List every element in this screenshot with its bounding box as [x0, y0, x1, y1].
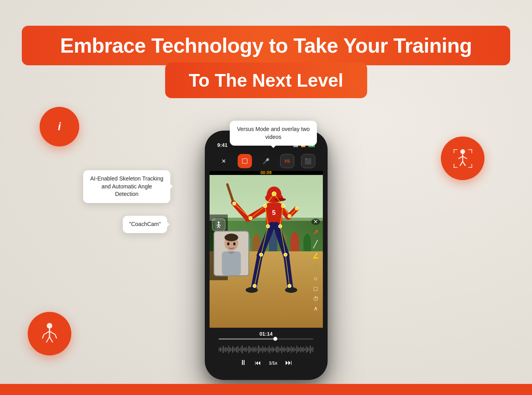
waveform-bar	[219, 348, 219, 351]
svg-line-3	[463, 156, 467, 159]
ar-icon-circle[interactable]	[441, 137, 484, 180]
waveform-bar	[288, 347, 289, 352]
waveform-bar	[236, 347, 237, 352]
waveform-bar	[256, 347, 256, 352]
waveform-bar	[292, 348, 293, 351]
svg-line-2	[458, 156, 463, 159]
waveform-bar	[232, 346, 233, 353]
skeleton-icon-circle[interactable]	[28, 312, 71, 355]
waveform-bar	[229, 347, 230, 352]
svg-line-5	[463, 161, 465, 166]
close-button[interactable]: ✕	[217, 154, 231, 168]
time-indicator: 00:09	[210, 170, 323, 175]
waveform-bar	[311, 348, 312, 351]
callout-coachcam-text: "CoachCam"	[129, 220, 161, 228]
waveform-bar	[248, 346, 249, 353]
waveform-bar	[290, 348, 290, 351]
svg-point-77	[224, 234, 238, 241]
waveform-bar	[272, 346, 273, 353]
svg-line-18	[42, 334, 44, 338]
header-title-line2: To The Next Level	[189, 70, 343, 91]
waveform-bar	[261, 348, 261, 351]
waveform-bar	[231, 348, 232, 351]
play-pause-button[interactable]: ⏸	[240, 359, 247, 367]
skip-forward-button[interactable]: ⏭	[285, 359, 292, 367]
waveform-bar	[300, 346, 301, 353]
angle-tool[interactable]: ∠	[313, 252, 319, 260]
waveform-bar	[299, 348, 300, 351]
waveform-bar	[282, 348, 283, 351]
waveform-bar	[239, 348, 240, 351]
record-button[interactable]	[238, 154, 252, 168]
svg-point-63	[217, 222, 219, 224]
waveform-bar	[310, 346, 311, 353]
waveform-bar	[224, 348, 225, 351]
waveform-bar	[235, 348, 236, 351]
waveform-bar	[303, 347, 304, 352]
svg-text:5: 5	[272, 209, 276, 216]
svg-point-37	[285, 287, 297, 293]
collapse-tools-button[interactable]: ∧	[314, 305, 318, 311]
skeleton-tracking-tool[interactable]	[212, 218, 225, 231]
curve-tool[interactable]: ~	[313, 264, 318, 272]
video-area: 5	[210, 175, 323, 328]
waveform-bar	[238, 346, 238, 353]
waveform-bar	[257, 348, 257, 351]
waveform-bar	[258, 346, 259, 353]
waveform-bar	[240, 347, 241, 352]
pip-camera-box[interactable]	[214, 231, 249, 276]
timeline-scrubber[interactable]	[219, 338, 313, 340]
waveform-bar	[294, 347, 294, 352]
circle-tool[interactable]: ○	[314, 275, 318, 282]
waveform-bar	[234, 348, 235, 351]
svg-line-67	[217, 226, 219, 228]
close-overlay-button[interactable]: ✕	[311, 218, 320, 225]
pip-person-figure	[214, 231, 248, 276]
waveform	[219, 344, 313, 355]
skeleton-tool-icon	[215, 221, 223, 229]
waveform-bar	[313, 347, 313, 352]
waveform-bar	[266, 348, 267, 351]
waveform-bar	[262, 346, 263, 353]
svg-point-14	[47, 323, 52, 329]
phone-mockup: 9:41 📶 70 ✕	[205, 131, 328, 384]
waveform-bar	[309, 348, 309, 351]
waveform-bar	[223, 346, 223, 353]
svg-line-4	[460, 161, 463, 166]
waveform-bar	[263, 348, 264, 351]
timer-tool[interactable]: ⏱	[313, 296, 318, 302]
mic-button[interactable]: 🎤	[259, 154, 273, 168]
speed-selector[interactable]: 1/1x	[269, 361, 277, 365]
timeline-thumb[interactable]	[273, 337, 277, 341]
svg-line-35	[286, 256, 290, 288]
skip-back-button[interactable]: ⏮	[255, 359, 261, 367]
line-tool[interactable]: ╱	[313, 240, 318, 249]
waveform-bar	[270, 348, 271, 351]
info-icon-circle[interactable]: i	[40, 107, 79, 146]
svg-line-19	[55, 334, 57, 338]
svg-line-16	[44, 331, 50, 334]
arrow-tool[interactable]: ↗	[313, 228, 318, 237]
waveform-bar	[304, 348, 305, 351]
waveform-bar	[297, 347, 298, 352]
waveform-bar	[269, 346, 270, 353]
info-icon: i	[58, 120, 61, 133]
waveform-bar	[285, 348, 286, 351]
waveform-bar	[246, 347, 247, 352]
right-tools-panel: ✕ ↗ ╱ ∠ ~ ○ □ ⏱ ∧	[309, 215, 323, 280]
versus-button[interactable]: VS	[280, 154, 294, 168]
header-banner: Embrace Technology to Take Your Training	[22, 26, 510, 65]
callout-coachcam: "CoachCam"	[123, 216, 167, 233]
waveform-bar	[306, 346, 307, 353]
waveform-bar	[275, 348, 275, 351]
waveform-bar	[284, 347, 285, 352]
waveform-bar	[265, 347, 266, 352]
rect-tool[interactable]: □	[314, 285, 318, 292]
waveform-bar	[247, 348, 248, 351]
header-title-line1: Embrace Technology to Take Your Training	[38, 34, 494, 57]
pip-camera-button[interactable]: ⬛	[301, 154, 315, 168]
waveform-bar	[242, 346, 242, 353]
svg-line-17	[50, 331, 55, 334]
waveform-bar	[296, 346, 297, 353]
waveform-bar	[221, 348, 222, 351]
